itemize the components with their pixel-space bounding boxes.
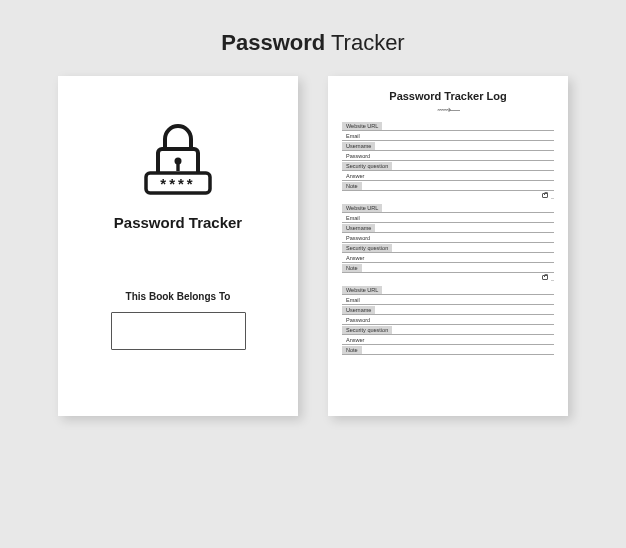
field-row: Username [342, 141, 554, 151]
field-label: Website URL [342, 286, 382, 294]
field-label: Username [342, 224, 375, 232]
log-entry: Website URLEmailUsernamePasswordSecurity… [342, 285, 554, 355]
field-label: Password [342, 234, 374, 242]
field-row: Email [342, 131, 554, 141]
svg-text:****: **** [160, 175, 195, 192]
field-label: Username [342, 142, 375, 150]
field-row: Password [342, 151, 554, 161]
title-light: Tracker [325, 30, 404, 55]
field-row: Username [342, 305, 554, 315]
field-row: Security question [342, 325, 554, 335]
entry-footer: ⎯ [342, 191, 554, 200]
field-row: Username [342, 223, 554, 233]
field-row: Note [342, 181, 554, 191]
cover-page: **** Password Tracker This Book Belongs … [58, 76, 298, 416]
field-row: Security question [342, 161, 554, 171]
field-label: Email [342, 296, 364, 304]
entries-container: Website URLEmailUsernamePasswordSecurity… [342, 121, 554, 358]
field-row: Answer [342, 171, 554, 181]
field-row: Answer [342, 335, 554, 345]
field-row: Password [342, 233, 554, 243]
title-bold: Password [221, 30, 325, 55]
field-label: Website URL [342, 204, 382, 212]
log-entry: Website URLEmailUsernamePasswordSecurity… [342, 121, 554, 200]
field-label: Email [342, 132, 364, 140]
log-page: Password Tracker Log ⟿— Website URLEmail… [328, 76, 568, 416]
field-row: Note [342, 263, 554, 273]
page-title: Password Tracker [221, 30, 404, 56]
field-label: Note [342, 346, 362, 354]
entry-footer: ⎯ [342, 273, 554, 282]
owner-name-box [111, 312, 246, 350]
lock-icon [542, 193, 548, 198]
field-row: Password [342, 315, 554, 325]
belongs-to-label: This Book Belongs To [126, 291, 231, 302]
pages-container: **** Password Tracker This Book Belongs … [58, 76, 568, 416]
footer-divider: ⎯ [551, 275, 554, 281]
field-label: Answer [342, 254, 368, 262]
footer-divider: ⎯ [551, 193, 554, 199]
field-row: Website URL [342, 203, 554, 213]
svg-rect-2 [176, 163, 179, 171]
field-row: Email [342, 295, 554, 305]
lock-icon [542, 275, 548, 280]
field-row: Email [342, 213, 554, 223]
field-label: Website URL [342, 122, 382, 130]
field-label: Security question [342, 326, 392, 334]
field-row: Security question [342, 243, 554, 253]
field-label: Password [342, 152, 374, 160]
field-row: Website URL [342, 121, 554, 131]
field-row: Answer [342, 253, 554, 263]
field-label: Answer [342, 336, 368, 344]
field-label: Note [342, 264, 362, 272]
field-row: Note [342, 345, 554, 355]
field-label: Security question [342, 244, 392, 252]
field-label: Answer [342, 172, 368, 180]
field-label: Note [342, 182, 362, 190]
log-entry: Website URLEmailUsernamePasswordSecurity… [342, 203, 554, 282]
field-label: Password [342, 316, 374, 324]
log-title: Password Tracker Log [389, 90, 506, 102]
field-label: Email [342, 214, 364, 222]
padlock-password-icon: **** [133, 116, 223, 206]
cover-title: Password Tracker [114, 214, 242, 231]
decorative-swirl: ⟿— [437, 104, 459, 115]
field-row: Website URL [342, 285, 554, 295]
field-label: Username [342, 306, 375, 314]
field-label: Security question [342, 162, 392, 170]
